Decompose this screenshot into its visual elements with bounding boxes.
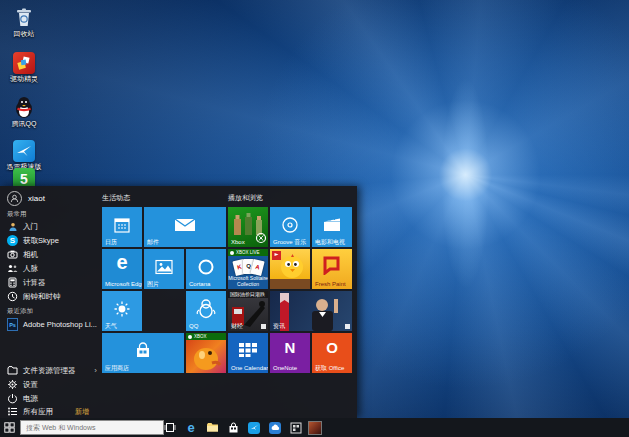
menu-item-alarms-clock[interactable]: 闹钟和时钟 bbox=[7, 290, 97, 303]
tile-label: Cortana bbox=[189, 281, 210, 287]
tile-edge[interactable]: e Microsoft Edge bbox=[102, 249, 142, 289]
menu-item-photoshop[interactable]: Ps Adobe Photoshop Li... › bbox=[7, 318, 97, 331]
recycle-bin-icon bbox=[12, 5, 36, 29]
thunder-bird-icon bbox=[13, 140, 35, 162]
tile-news[interactable]: 资讯 bbox=[270, 291, 352, 331]
desktop-icon-recycle-bin[interactable]: 回收站 bbox=[2, 5, 46, 38]
menu-item-label: 文件资源管理器 bbox=[23, 366, 76, 376]
taskbar-metro-app-button[interactable] bbox=[289, 421, 303, 434]
money-app-mini-icon bbox=[261, 324, 266, 329]
tile-label: Xbox bbox=[231, 239, 245, 245]
skype-icon: S bbox=[7, 235, 18, 246]
chick-art bbox=[270, 249, 310, 289]
tile-group-header-play: 播放和浏览 bbox=[228, 193, 263, 203]
tile-movies-tv[interactable]: 电影和电视 bbox=[312, 207, 352, 247]
tile-onenote[interactable]: N OneNote bbox=[270, 333, 310, 373]
news-headline: 国际油价日渐跌 bbox=[228, 291, 268, 298]
tile-chick-game[interactable] bbox=[270, 249, 310, 289]
section-recently-added: 最近添加 bbox=[7, 307, 33, 316]
power-icon bbox=[7, 393, 18, 404]
tile-label: 财经 bbox=[231, 323, 243, 329]
tile-label: 天气 bbox=[105, 323, 117, 329]
tile-xbox-game[interactable]: XBOX bbox=[186, 333, 226, 373]
playing-card: A bbox=[250, 259, 264, 276]
tile-qq[interactable]: QQ bbox=[186, 291, 226, 331]
menu-item-get-skype[interactable]: S 获取Skype bbox=[7, 234, 97, 247]
task-view-icon bbox=[164, 422, 176, 433]
driver-genius-icon bbox=[13, 52, 35, 74]
tile-solitaire[interactable]: XBOX LIVE K Q A Microsoft Solitaire Coll… bbox=[228, 249, 268, 289]
menu-item-calculator[interactable]: 计算器 bbox=[7, 276, 97, 289]
menu-item-power[interactable]: 电源 bbox=[7, 392, 97, 405]
tile-label: One Calendar bbox=[231, 365, 268, 371]
user-profile[interactable]: xiaot bbox=[7, 191, 45, 205]
store-bag-icon bbox=[228, 422, 239, 434]
edge-icon: e bbox=[102, 251, 142, 274]
chevron-right-icon[interactable]: › bbox=[94, 366, 97, 375]
grid-app-icon bbox=[290, 422, 302, 434]
windows-desktop: 回收站 驱动精灵 腾讯QQ 迅雷极速版 5 bbox=[0, 0, 629, 437]
tile-groove[interactable]: Groove 音乐 bbox=[270, 207, 310, 247]
menu-item-camera[interactable]: 相机 bbox=[7, 248, 97, 261]
tile-money[interactable]: 国际油价日渐跌 财经 bbox=[228, 291, 268, 331]
tile-cortana[interactable]: Cortana bbox=[186, 249, 226, 289]
menu-item-label: 获取Skype bbox=[23, 236, 59, 246]
folder-icon bbox=[206, 422, 219, 433]
camera-icon bbox=[7, 249, 18, 260]
menu-item-people[interactable]: 人脉 bbox=[7, 262, 97, 275]
tile-store[interactable]: 应用商店 bbox=[102, 333, 184, 373]
tile-calendar[interactable]: 日历 bbox=[102, 207, 142, 247]
menu-item-label: 人脉 bbox=[23, 264, 38, 274]
menu-item-settings[interactable]: 设置 bbox=[7, 378, 97, 391]
task-view-button[interactable] bbox=[163, 421, 177, 434]
desktop-icon-driver-genius[interactable]: 驱动精灵 bbox=[2, 51, 46, 83]
clapperboard-icon bbox=[323, 217, 341, 233]
tile-label: QQ bbox=[189, 323, 198, 329]
tile-label: OneNote bbox=[273, 365, 297, 371]
menu-item-all-apps[interactable]: 所有应用 新增 bbox=[7, 405, 97, 418]
taskbar-edge-button[interactable]: e bbox=[184, 421, 198, 434]
menu-item-label: 入门 bbox=[23, 222, 38, 232]
section-most-used: 最常用 bbox=[7, 210, 27, 219]
user-name: xiaot bbox=[28, 194, 45, 203]
menu-item-label: 设置 bbox=[23, 380, 38, 390]
menu-item-file-explorer[interactable]: 文件资源管理器 › bbox=[7, 364, 97, 377]
taskbar-file-explorer-button[interactable] bbox=[205, 421, 219, 434]
tile-xbox[interactable]: Xbox bbox=[228, 207, 268, 247]
tile-mail[interactable]: 邮件 bbox=[144, 207, 226, 247]
start-button[interactable] bbox=[0, 418, 19, 437]
tile-label: Groove 音乐 bbox=[273, 239, 306, 245]
mail-icon bbox=[174, 217, 196, 233]
menu-item-label: Adobe Photoshop Li... bbox=[23, 320, 97, 329]
clock-icon bbox=[7, 291, 18, 302]
xbox-live-badge: XBOX LIVE bbox=[228, 249, 268, 256]
menu-item-label: 闹钟和时钟 bbox=[23, 292, 61, 302]
menu-item-label: 电源 bbox=[23, 394, 38, 404]
tile-weather[interactable]: 天气 bbox=[102, 291, 142, 331]
tile-one-calendar[interactable]: One Calendar bbox=[228, 333, 268, 373]
menu-item-get-started[interactable]: 入门 bbox=[7, 220, 97, 233]
tile-label: 获取 Office bbox=[315, 365, 344, 371]
tile-label: Microsoft Solitaire Collection bbox=[228, 276, 268, 287]
file-explorer-icon bbox=[7, 365, 18, 376]
tile-get-office[interactable]: O 获取 Office bbox=[312, 333, 352, 373]
gear-icon bbox=[7, 379, 18, 390]
get-started-icon bbox=[7, 221, 18, 232]
taskbar-netdisk-button[interactable] bbox=[268, 421, 282, 434]
menu-item-label: 相机 bbox=[23, 250, 38, 260]
one-calendar-icon bbox=[238, 342, 258, 358]
news-app-mini-icon bbox=[345, 324, 350, 329]
desktop-icon-tencent-qq[interactable]: 腾讯QQ bbox=[2, 95, 46, 128]
taskbar-thunder-button[interactable] bbox=[247, 421, 261, 434]
store-bag-icon bbox=[134, 342, 152, 360]
onenote-icon: N bbox=[270, 339, 310, 356]
taskbar-store-button[interactable] bbox=[226, 421, 240, 434]
taskbar-photo-viewer-button[interactable] bbox=[308, 421, 322, 434]
xbox-ball-icon bbox=[230, 251, 234, 255]
all-apps-icon bbox=[7, 406, 18, 417]
tile-photos[interactable]: 图片 bbox=[144, 249, 184, 289]
tile-fresh-paint[interactable]: Fresh Paint bbox=[312, 249, 352, 289]
taskbar-search-input[interactable] bbox=[20, 420, 164, 435]
people-icon bbox=[7, 263, 18, 274]
desktop-icon-label: 回收站 bbox=[2, 30, 46, 38]
